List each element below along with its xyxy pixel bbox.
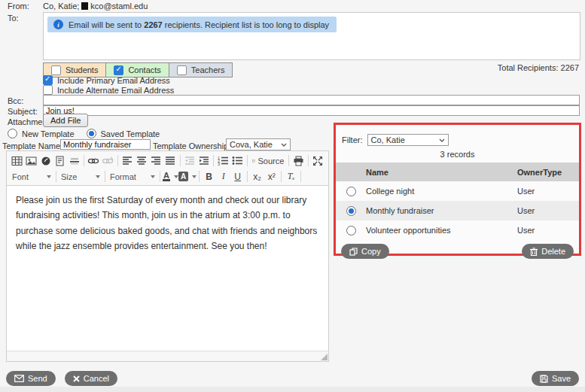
toolbar-separator — [56, 171, 56, 182]
template-ownership-select[interactable]: Cova, Katie — [226, 138, 291, 150]
template-row-radio[interactable] — [346, 187, 356, 196]
toolbar-separator — [180, 155, 181, 166]
to-recipients-box[interactable]: i Email will be sent to 2267 recipients.… — [43, 12, 580, 60]
chevron-down-icon — [47, 175, 51, 178]
text-color-button[interactable]: A — [163, 170, 178, 184]
svg-text:3: 3 — [218, 162, 220, 166]
delete-button[interactable]: Delete — [522, 244, 574, 259]
subscript-button[interactable]: x₂ — [250, 170, 264, 184]
saved-template-option[interactable]: Saved Template — [87, 129, 160, 138]
print-icon[interactable] — [291, 154, 306, 168]
maximize-icon[interactable] — [311, 154, 325, 168]
align-center-icon[interactable] — [135, 154, 149, 168]
editor-content[interactable]: Please join us the first Saturday of eve… — [7, 186, 328, 351]
to-label: To: — [8, 14, 19, 23]
total-recipients: Total Recipients: 2267 — [498, 63, 579, 72]
indent-icon[interactable] — [197, 154, 211, 168]
numbered-list-icon[interactable]: 123 — [216, 154, 230, 168]
editor-footer — [7, 351, 328, 361]
toolbar-separator — [84, 155, 84, 166]
size-dropdown[interactable]: Size — [59, 170, 102, 184]
template-mode-group: New Template Saved Template — [8, 129, 160, 138]
contacts-checkbox[interactable] — [114, 65, 123, 75]
toolbar-separator — [300, 171, 301, 182]
save-icon — [540, 375, 548, 383]
teachers-checkbox[interactable] — [177, 65, 187, 75]
copy-button[interactable]: Copy — [341, 244, 389, 259]
table-row[interactable]: Volunteer opportunities User — [336, 220, 579, 240]
copy-icon — [349, 248, 358, 256]
banner-text: Email will be sent to 2267 recipients. R… — [69, 20, 329, 29]
template-name-cell: Monthly fundraiser — [366, 206, 517, 215]
horizontal-rule-icon[interactable] — [67, 154, 81, 168]
bcc-input[interactable] — [43, 95, 580, 105]
table-row[interactable]: College night User — [336, 181, 579, 201]
template-name-input[interactable] — [60, 139, 151, 150]
include-alternate-checkbox[interactable] — [43, 85, 53, 95]
chevron-down-icon — [151, 175, 155, 178]
owner-type-cell: User — [517, 226, 579, 235]
templates-icon[interactable] — [53, 154, 67, 168]
toolbar-separator — [160, 171, 160, 182]
add-file-button[interactable]: Add File — [43, 114, 88, 127]
saved-templates-panel: Filter: Co, Katie 3 records Name OwnerTy… — [334, 123, 581, 256]
flash-icon[interactable] — [38, 154, 53, 168]
source-icon — [252, 156, 254, 166]
align-right-icon[interactable] — [149, 154, 163, 168]
new-template-radio[interactable] — [8, 129, 17, 138]
rich-text-editor: 123 Source Font Size Format A A B — [6, 150, 329, 362]
cancel-button[interactable]: Cancel — [65, 371, 117, 386]
recipient-info-banner: i Email will be sent to 2267 recipients.… — [47, 17, 337, 32]
send-button[interactable]: Send — [6, 371, 56, 386]
link-icon[interactable] — [87, 154, 101, 168]
font-dropdown[interactable]: Font — [10, 170, 53, 184]
toolbar-separator — [308, 155, 309, 166]
include-alternate-option[interactable]: Include Alternate Email Address — [43, 85, 174, 95]
image-icon[interactable] — [24, 154, 38, 168]
bold-button[interactable]: B — [202, 170, 216, 184]
chevron-down-icon — [281, 143, 287, 147]
subject-label: Subject: — [8, 107, 38, 116]
align-left-icon[interactable] — [120, 154, 135, 168]
table-row[interactable]: Monthly fundraiser User — [336, 201, 579, 220]
teachers-checkbox-tab[interactable]: Teachers — [169, 62, 233, 77]
resize-handle[interactable] — [321, 354, 328, 360]
recipient-count: 2267 — [144, 20, 162, 29]
template-name-cell: Volunteer opportunities — [366, 226, 517, 235]
remove-format-button[interactable]: Tₓ — [284, 170, 298, 184]
align-justify-icon[interactable] — [163, 154, 178, 168]
redaction-block — [81, 2, 88, 10]
saved-template-label: Saved Template — [101, 129, 160, 138]
saved-template-radio[interactable] — [87, 129, 96, 138]
editor-toolbar: 123 Source Font Size Format A A B — [7, 151, 328, 186]
include-primary-checkbox[interactable] — [43, 75, 53, 85]
include-primary-option[interactable]: Include Primary Email Address — [43, 75, 170, 85]
envelope-icon — [14, 375, 24, 382]
toolbar-separator — [105, 171, 105, 182]
italic-button[interactable]: I — [216, 170, 230, 184]
underline-button[interactable]: U — [230, 170, 245, 184]
filter-value: Co, Katie — [371, 135, 405, 144]
filter-select[interactable]: Co, Katie — [367, 134, 449, 146]
source-button[interactable]: Source — [250, 154, 286, 168]
background-color-button[interactable]: A — [178, 170, 197, 184]
students-checkbox[interactable] — [51, 65, 61, 75]
superscript-button[interactable]: x² — [264, 170, 279, 184]
toolbar-separator — [281, 171, 282, 182]
trash-icon — [530, 248, 538, 256]
template-row-radio[interactable] — [346, 206, 356, 216]
template-name-cell: College night — [366, 187, 517, 196]
template-name-label: Template Name: — [2, 141, 62, 150]
subject-input[interactable] — [43, 105, 580, 116]
table-header-row: Name OwnerType — [336, 163, 579, 181]
toolbar-separator — [247, 171, 248, 182]
templates-table: Name OwnerType College night User Monthl… — [336, 163, 579, 240]
table-icon[interactable] — [10, 154, 24, 168]
format-dropdown[interactable]: Format — [108, 170, 157, 184]
bulleted-list-icon[interactable] — [230, 154, 245, 168]
new-template-option[interactable]: New Template — [8, 129, 75, 138]
template-row-radio[interactable] — [346, 226, 356, 236]
include-alternate-label: Include Alternate Email Address — [57, 86, 174, 95]
new-template-label: New Template — [22, 129, 75, 138]
save-button[interactable]: Save — [532, 371, 579, 386]
